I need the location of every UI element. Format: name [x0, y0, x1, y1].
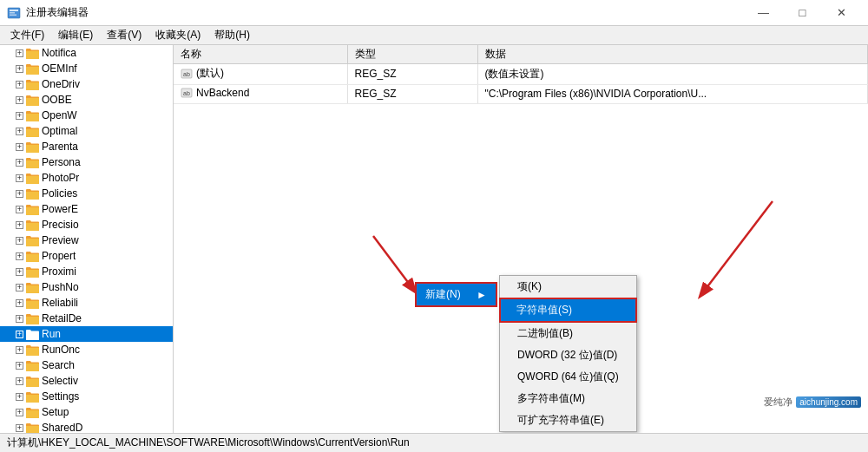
tree-item-retailde[interactable]: + RetailDe: [0, 311, 173, 326]
expand-preview[interactable]: +: [16, 237, 23, 245]
new-button[interactable]: 新建(N) ►: [415, 282, 497, 307]
tree-item-oobe[interactable]: + OOBE: [0, 92, 173, 108]
tree-item-setup[interactable]: + Setup: [0, 404, 173, 420]
expand-propert[interactable]: +: [16, 252, 23, 260]
tree-item-powere[interactable]: + PowerE: [0, 201, 173, 217]
tree-item-runonc[interactable]: + RunOnc: [0, 342, 173, 357]
expand-reliabili[interactable]: +: [16, 299, 23, 307]
watermark: 爱纯净 aichunjing.com: [764, 396, 861, 409]
expand-policies[interactable]: +: [16, 190, 23, 198]
menu-view[interactable]: 查看(V): [100, 26, 148, 44]
submenu-arrow-icon: ►: [477, 289, 487, 301]
menu-help[interactable]: 帮助(H): [207, 26, 257, 44]
tree-scroll[interactable]: + Notifica +: [0, 45, 173, 433]
tree-item-optimal[interactable]: + Optimal: [0, 123, 173, 139]
tree-label: PhotoPr: [42, 172, 79, 184]
expand-parenta[interactable]: +: [16, 143, 23, 151]
col-header-name[interactable]: 名称: [174, 45, 347, 64]
tree-item-persona[interactable]: + Persona: [0, 154, 173, 170]
tree-label: Policies: [42, 187, 77, 200]
expand-sharedd[interactable]: +: [16, 424, 23, 432]
tree-item-propert[interactable]: + Propert: [0, 248, 173, 264]
minimize-button[interactable]: —: [744, 0, 783, 26]
tree-label: OneDriv: [42, 78, 80, 90]
folder-icon: [25, 421, 39, 433]
tree-label: RunOnc: [42, 344, 80, 356]
submenu-item-dword[interactable]: DWORD (32 位)值(D): [500, 344, 636, 366]
expand-proximi[interactable]: +: [16, 268, 23, 276]
expand-runonc[interactable]: +: [16, 346, 23, 354]
tree-item-policies[interactable]: + Policies: [0, 186, 173, 201]
expand-settings[interactable]: +: [16, 393, 23, 401]
expand-setup[interactable]: +: [16, 409, 23, 416]
menu-edit[interactable]: 编辑(E): [51, 26, 100, 44]
tree-item-reliabili[interactable]: + Reliabili: [0, 295, 173, 311]
value-data: "C:\Program Files (x86)\NVIDIA Corporati…: [477, 84, 868, 103]
svg-rect-1: [10, 10, 18, 11]
tree-item-precisio[interactable]: + Precisio: [0, 217, 173, 233]
submenu-item-binary[interactable]: 二进制值(B): [500, 323, 636, 344]
tree-item-oeminf[interactable]: + OEMInf: [0, 61, 173, 76]
tree-label: Settings: [42, 390, 79, 403]
menu-bar: 文件(F) 编辑(E) 查看(V) 收藏夹(A) 帮助(H): [0, 26, 868, 45]
tree-label: Setup: [42, 406, 69, 418]
title-bar: 注册表编辑器 — □ ✕: [0, 0, 868, 26]
expand-optimal[interactable]: +: [16, 128, 23, 135]
expand-run[interactable]: +: [16, 331, 23, 338]
table-row[interactable]: ab NvBackend REG_SZ "C:\Program Files (x…: [174, 84, 868, 103]
tree-item-photopr[interactable]: + PhotoPr: [0, 170, 173, 186]
tree-item-sharedd[interactable]: + SharedD: [0, 420, 173, 433]
tree-item-onedriv[interactable]: + OneDriv: [0, 76, 173, 92]
tree-item-proximi[interactable]: + Proximi: [0, 264, 173, 279]
folder-icon: [25, 374, 39, 388]
close-button[interactable]: ✕: [822, 0, 861, 26]
submenu-item-string[interactable]: 字符串值(S): [499, 298, 637, 323]
tree-item-preview[interactable]: + Preview: [0, 233, 173, 248]
value-name: ab NvBackend: [174, 84, 347, 103]
expand-onedriv[interactable]: +: [16, 81, 23, 88]
tree-label: Proximi: [42, 265, 76, 278]
tree-item-search[interactable]: + Search: [0, 357, 173, 373]
right-panel: 名称 类型 数据 ab (默认): [174, 45, 868, 433]
tree-item-notifica[interactable]: + Notifica: [0, 45, 173, 61]
expand-search[interactable]: +: [16, 362, 23, 370]
tree-label: SharedD: [42, 422, 82, 433]
expand-persona[interactable]: +: [16, 159, 23, 167]
submenu-item-xiang[interactable]: 项(K): [500, 276, 636, 298]
col-header-type[interactable]: 类型: [347, 45, 477, 64]
expand-notifica[interactable]: +: [16, 49, 23, 57]
tree-item-openw[interactable]: + OpenW: [0, 108, 173, 123]
folder-icon: [25, 108, 39, 122]
folder-icon: [25, 140, 39, 154]
tree-label: RetailDe: [42, 312, 82, 324]
menu-file[interactable]: 文件(F): [3, 26, 51, 44]
tree-item-parenta[interactable]: + Parenta: [0, 139, 173, 154]
tree-item-pushno[interactable]: + PushNo: [0, 279, 173, 295]
content-area: + Notifica +: [0, 45, 868, 433]
expand-oobe[interactable]: +: [16, 96, 23, 104]
menu-favorites[interactable]: 收藏夹(A): [148, 26, 207, 44]
watermark-text: 爱纯净: [764, 396, 792, 409]
maximize-button[interactable]: □: [783, 0, 822, 26]
folder-icon: [25, 62, 39, 75]
status-bar: 计算机\HKEY_LOCAL_MACHINE\SOFTWARE\Microsof…: [0, 433, 868, 452]
folder-icon: [25, 265, 39, 278]
table-row[interactable]: ab (默认) REG_SZ (数值未设置): [174, 64, 868, 85]
submenu-item-multistring[interactable]: 多字符串值(M): [500, 388, 636, 409]
expand-precisio[interactable]: +: [16, 221, 23, 229]
expand-selectiv[interactable]: +: [16, 377, 23, 385]
expand-powere[interactable]: +: [16, 206, 23, 213]
expand-retailde[interactable]: +: [16, 315, 23, 323]
expand-openw[interactable]: +: [16, 112, 23, 120]
tree-item-run[interactable]: + Run: [0, 326, 173, 342]
submenu-item-qword[interactable]: QWORD (64 位)值(Q): [500, 366, 636, 388]
submenu-item-expandstring[interactable]: 可扩充字符串值(E): [500, 409, 636, 431]
expand-photopr[interactable]: +: [16, 174, 23, 182]
value-type: REG_SZ: [347, 84, 477, 103]
col-header-data[interactable]: 数据: [477, 45, 868, 64]
tree-item-selectiv[interactable]: + Selectiv: [0, 373, 173, 389]
expand-oeminf[interactable]: +: [16, 65, 23, 73]
title-controls: — □ ✕: [744, 0, 861, 26]
expand-pushno[interactable]: +: [16, 284, 23, 292]
tree-item-settings[interactable]: + Settings: [0, 389, 173, 404]
